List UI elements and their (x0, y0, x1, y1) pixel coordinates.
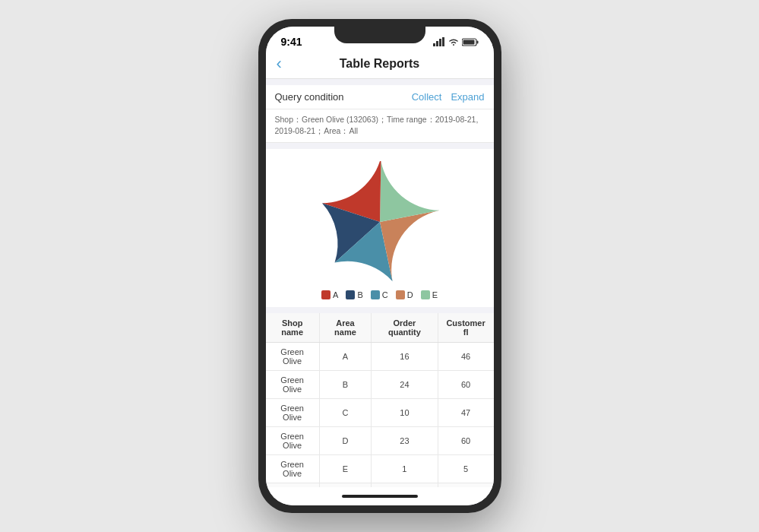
legend-color-a (321, 290, 330, 299)
cell-area-2: C (319, 399, 371, 427)
expand-button[interactable]: Expand (451, 91, 484, 103)
col-shop-name: Shop name (266, 313, 320, 343)
table-section: Shop name Area name Order quantity Custo… (266, 313, 494, 487)
cell-customer-2: 47 (438, 399, 493, 427)
cell-customer-3: 60 (438, 427, 493, 455)
cell-customer-0: 46 (438, 343, 493, 371)
signal-icon (433, 37, 445, 46)
svg-rect-1 (436, 41, 438, 46)
cell-area-1: B (319, 371, 371, 399)
chart-section: A B C D E (266, 149, 494, 307)
svg-rect-2 (439, 39, 441, 46)
phone-frame: 9:41 (258, 19, 501, 513)
legend-item-c: C (371, 290, 388, 299)
content-area: Query condition Collect Expand Shop：Gree… (266, 79, 494, 487)
query-description: Shop：Green Olive (132063)；Time range：201… (266, 109, 494, 143)
table-row: Green Olive D 23 60 (266, 427, 494, 455)
data-table: Shop name Area name Order quantity Custo… (266, 313, 494, 487)
nav-header: ‹ Table Reports (266, 51, 494, 79)
phone-screen: 9:41 (266, 27, 494, 505)
status-icons (433, 37, 479, 46)
svg-rect-0 (433, 43, 435, 46)
home-bar (342, 495, 418, 498)
query-bar: Query condition Collect Expand (266, 85, 494, 109)
notch (334, 27, 425, 43)
legend-color-b (346, 290, 355, 299)
back-button[interactable]: ‹ (277, 54, 282, 74)
cell-shop-0: Green Olive (266, 343, 320, 371)
cell-shop-3: Green Olive (266, 427, 320, 455)
cell-order-2: 10 (372, 399, 438, 427)
table-row: Green Olive E 1 5 (266, 455, 494, 483)
legend-color-c (371, 290, 380, 299)
col-order-qty: Order quantity (372, 313, 438, 343)
legend-item-d: D (396, 290, 413, 299)
legend-item-a: A (321, 290, 338, 299)
legend-color-d (396, 290, 405, 299)
svg-rect-3 (442, 37, 444, 46)
legend-item-b: B (346, 290, 362, 299)
cell-order-0: 16 (372, 343, 438, 371)
cell-shop-2: Green Olive (266, 399, 320, 427)
home-indicator (266, 487, 494, 505)
col-customer: Customer fl (438, 313, 493, 343)
status-time: 9:41 (281, 36, 302, 48)
pie-chart-container (275, 161, 485, 283)
svg-rect-6 (463, 40, 474, 44)
svg-rect-5 (476, 40, 478, 43)
cell-order-1: 24 (372, 371, 438, 399)
wifi-icon (448, 38, 459, 46)
collect-button[interactable]: Collect (412, 91, 442, 103)
battery-icon (462, 38, 479, 46)
query-condition-label: Query condition (275, 91, 344, 103)
cell-area-3: D (319, 427, 371, 455)
table-row: Green Olive B 24 60 (266, 371, 494, 399)
cell-shop-4: Green Olive (266, 455, 320, 483)
page-title: Table Reports (340, 57, 420, 71)
cell-shop-1: Green Olive (266, 371, 320, 399)
status-bar: 9:41 (266, 27, 494, 51)
table-header-row: Shop name Area name Order quantity Custo… (266, 313, 494, 343)
cell-order-3: 23 (372, 427, 438, 455)
query-actions: Collect Expand (412, 91, 485, 103)
cell-order-4: 1 (372, 455, 438, 483)
cell-customer-1: 60 (438, 371, 493, 399)
chart-legend: A B C D E (275, 290, 485, 299)
legend-item-e: E (421, 290, 438, 299)
cell-area-4: E (319, 455, 371, 483)
pie-chart (319, 161, 441, 283)
cell-area-0: A (319, 343, 371, 371)
col-area-name: Area name (319, 313, 371, 343)
legend-color-e (421, 290, 430, 299)
table-row: Green Olive C 10 47 (266, 399, 494, 427)
table-row: Green Olive A 16 46 (266, 343, 494, 371)
cell-customer-4: 5 (438, 455, 493, 483)
